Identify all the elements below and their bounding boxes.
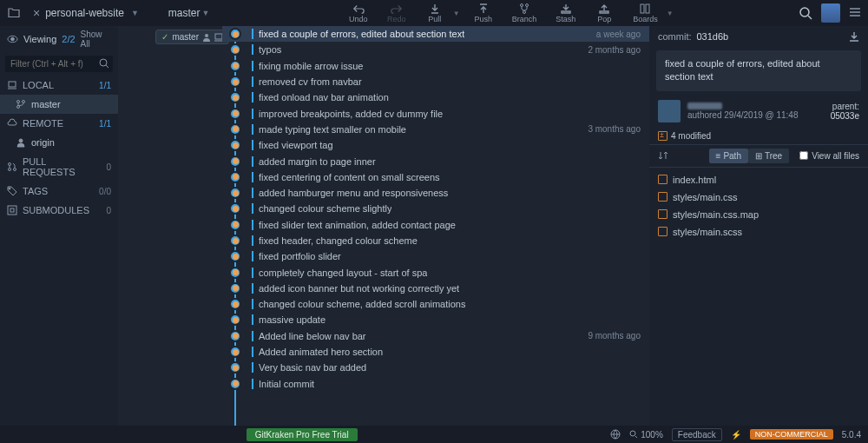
- file-row[interactable]: styles/main.scss: [649, 223, 868, 241]
- download-icon[interactable]: [849, 31, 859, 42]
- commit-row[interactable]: massive update: [222, 312, 649, 327]
- commit-node[interactable]: [229, 91, 241, 103]
- file-row[interactable]: styles/main.css.map: [649, 206, 868, 223]
- commit-row[interactable]: Very basic nav bar added: [222, 360, 649, 375]
- search-icon[interactable]: [99, 58, 109, 69]
- commit-node[interactable]: [229, 378, 241, 390]
- commit-row[interactable]: fixing mobile arrow issue: [222, 58, 649, 74]
- branch-crumb[interactable]: master ▼: [160, 7, 219, 19]
- sidebar-section-pullrequests[interactable]: PULL REQUESTS 0: [0, 152, 118, 182]
- commit-node[interactable]: [229, 267, 241, 279]
- search-icon[interactable]: [799, 6, 812, 20]
- show-all-button[interactable]: Show All: [81, 30, 111, 49]
- commit-row[interactable]: changed colour scheme, added scroll anim…: [222, 296, 649, 312]
- file-path: styles/main.scss: [673, 227, 742, 237]
- commit-row[interactable]: Added animated hero section: [222, 344, 649, 360]
- commit-row[interactable]: improved breakpoints, added cv dummy fil…: [222, 105, 649, 121]
- user-avatar[interactable]: [821, 3, 840, 23]
- svg-point-15: [8, 168, 10, 170]
- stash-button[interactable]: Stash: [550, 3, 581, 23]
- commit-node[interactable]: [229, 250, 241, 262]
- trial-badge[interactable]: GitKraken Pro Free Trial: [247, 428, 358, 441]
- globe-icon[interactable]: [610, 429, 621, 440]
- menu-icon[interactable]: [849, 6, 861, 21]
- commit-node[interactable]: [229, 28, 241, 40]
- commit-node[interactable]: [229, 123, 241, 136]
- viewing-count: 2/2: [62, 34, 75, 44]
- commit-row[interactable]: fixed portfolio slider: [222, 248, 649, 264]
- pull-request-icon: [7, 162, 17, 172]
- commit-node[interactable]: [229, 171, 241, 183]
- view-path-button[interactable]: ≡Path: [709, 149, 748, 163]
- commit-node[interactable]: [229, 298, 241, 310]
- branch-button[interactable]: Branch: [507, 3, 542, 23]
- commit-row[interactable]: added hamburger menu and responsiveness: [222, 185, 649, 201]
- commit-row[interactable]: fixed header, changed colour scheme: [222, 233, 649, 248]
- commit-row[interactable]: fixed slider text animation, added conta…: [222, 217, 649, 233]
- commit-row[interactable]: added icon banner but not working correc…: [222, 281, 649, 296]
- commit-row[interactable]: made typing text smaller on mobile3 mont…: [222, 122, 649, 137]
- commit-node[interactable]: [229, 346, 241, 358]
- commit-node[interactable]: [229, 43, 241, 56]
- commit-message: fixed portfolio slider: [259, 251, 341, 261]
- close-tab-icon[interactable]: ×: [33, 6, 40, 20]
- commit-time: a week ago: [596, 30, 641, 39]
- commit-row[interactable]: fixed centering of content on small scre…: [222, 169, 649, 185]
- commit-row[interactable]: fixed viewport tag: [222, 137, 649, 153]
- chevron-down-icon[interactable]: ▼: [202, 9, 210, 17]
- commit-node[interactable]: [229, 235, 241, 247]
- commit-row[interactable]: fixed a couple of errors, edited about s…: [222, 26, 649, 42]
- modified-file-icon: [658, 192, 667, 202]
- commit-row[interactable]: added margin to page inner: [222, 153, 649, 169]
- commit-node[interactable]: [229, 139, 241, 151]
- boards-dropdown[interactable]: ▼: [667, 10, 674, 17]
- commit-node[interactable]: [229, 202, 241, 215]
- commit-node[interactable]: [229, 76, 241, 88]
- commit-row[interactable]: completely changed layout - start of spa: [222, 264, 649, 280]
- pull-dropdown[interactable]: ▼: [453, 10, 460, 17]
- commit-row[interactable]: Initial commit: [222, 376, 649, 392]
- pop-button[interactable]: Pop: [589, 3, 619, 23]
- redo-button[interactable]: Redo: [382, 3, 411, 23]
- chevron-down-icon[interactable]: ▼: [131, 9, 139, 17]
- filter-input[interactable]: [5, 56, 113, 72]
- parent-sha[interactable]: 05033e: [831, 111, 859, 121]
- commit-node[interactable]: [229, 330, 241, 342]
- pull-button[interactable]: Pull: [420, 3, 450, 23]
- repo-tab[interactable]: × personal-website ▼: [24, 0, 148, 26]
- file-row[interactable]: index.html: [649, 171, 868, 188]
- commit-row[interactable]: removed cv from navbar: [222, 74, 649, 89]
- commit-row[interactable]: changed colour scheme slightly: [222, 201, 649, 216]
- sidebar-section-tags[interactable]: TAGS 0/0: [0, 182, 118, 201]
- commit-node[interactable]: [229, 155, 241, 168]
- sidebar-section-submodules[interactable]: SUBMODULES 0: [0, 201, 118, 220]
- push-button[interactable]: Push: [469, 3, 498, 23]
- commit-node[interactable]: [229, 108, 241, 120]
- sidebar-item-master[interactable]: master: [0, 95, 118, 114]
- sidebar-section-remote[interactable]: REMOTE 1/1: [0, 114, 118, 133]
- zoom-icon[interactable]: [629, 430, 638, 439]
- boards-button[interactable]: Boards: [628, 3, 663, 23]
- commit-node[interactable]: [229, 282, 241, 294]
- folder-icon[interactable]: [7, 6, 21, 20]
- commit-node[interactable]: [229, 60, 241, 72]
- commit-time: 2 months ago: [588, 45, 641, 55]
- commit-row[interactable]: typos2 months ago: [222, 42, 649, 57]
- sort-icon[interactable]: [658, 150, 668, 161]
- svg-rect-19: [10, 208, 14, 212]
- commit-node[interactable]: [229, 219, 241, 231]
- sidebar-item-origin[interactable]: origin: [0, 133, 118, 152]
- view-tree-button[interactable]: ⊞Tree: [748, 149, 789, 163]
- commit-node[interactable]: [229, 187, 241, 199]
- commit-row[interactable]: fixed onload nav bar animation: [222, 89, 649, 105]
- undo-button[interactable]: Undo: [344, 3, 373, 23]
- feedback-button[interactable]: Feedback: [672, 428, 722, 441]
- commit-node[interactable]: [229, 314, 241, 326]
- commit-node[interactable]: [229, 361, 241, 374]
- branch-label[interactable]: ✓ master: [155, 30, 229, 44]
- commit-row[interactable]: Added line below nav bar9 months ago: [222, 328, 649, 344]
- sidebar-section-local[interactable]: LOCAL 1/1: [0, 76, 118, 95]
- file-row[interactable]: styles/main.css: [649, 188, 868, 206]
- svg-point-16: [13, 168, 16, 170]
- view-all-files-checkbox[interactable]: View all files: [799, 151, 859, 161]
